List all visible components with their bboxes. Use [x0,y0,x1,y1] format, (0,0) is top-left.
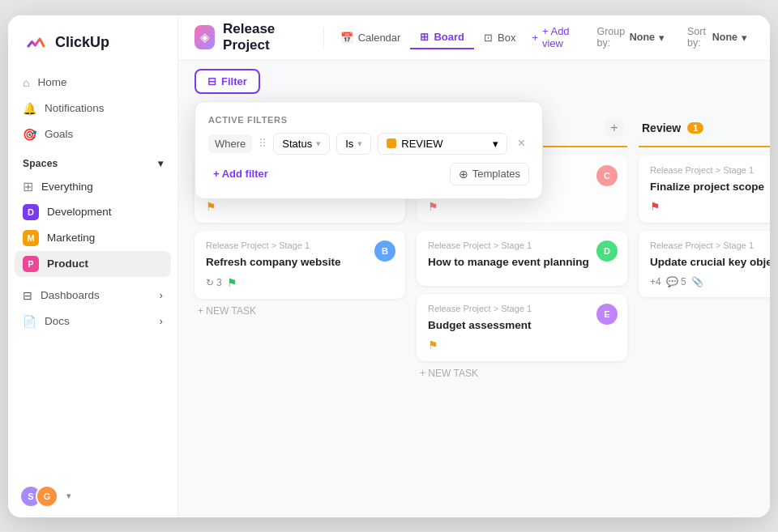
group-by-button[interactable]: Group by: None ▾ [590,23,671,52]
project-title-area: ◈ Release Project [194,21,309,53]
dashboard-icon: ⊟ [23,289,32,302]
filter-footer: + Add filter ⊕ Templates [208,163,529,185]
nav-label-notifications: Notifications [45,102,105,114]
flag-green-icon: ⚑ [227,276,237,289]
avatar-how-are-you: C [596,165,618,186]
card-footer-1: ⚑ [206,200,394,213]
card-title-ep: How to manage event planning [428,255,616,270]
badge-product: P [23,256,39,272]
sidebar-item-notifications[interactable]: 🔔 Notifications [15,96,171,121]
templates-button[interactable]: ⊕ Templates [450,163,529,185]
filter-bar: ⊟ Filter ACTIVE FILTERS Where ⠿ Status ▾… [178,61,770,94]
badge-marketing: M [23,230,39,246]
sidebar-item-product[interactable]: P Product [15,251,171,277]
box-icon: ⊡ [484,32,493,44]
add-filter-button[interactable]: + Add filter [208,164,273,183]
filter-button[interactable]: ⊟ Filter [194,69,260,94]
spaces-section-header[interactable]: Spaces ▾ [8,147,177,174]
card-footer-hay: ⚑ [428,200,616,213]
project-title: Release Project [223,21,309,53]
sidebar-item-goals[interactable]: 🎯 Goals [15,122,171,147]
status-dot-icon [387,138,396,148]
flag-yellow-icon-ba: ⚑ [428,338,438,351]
sidebar-item-dashboards[interactable]: ⊟ Dashboards › [15,283,171,308]
project-icon: ◈ [194,25,215,49]
drag-handle-icon[interactable]: ⠿ [259,137,267,150]
bell-icon: 🔔 [23,102,36,115]
templates-label: Templates [472,168,520,180]
app-window: ClickUp ⌂ Home 🔔 Notifications 🎯 Goals S… [8,15,770,517]
sort-by-label: Sort by: [687,26,708,49]
filter-is-chip[interactable]: Is ▾ [336,133,371,155]
card-title-fs: Finalize project scope [650,180,770,194]
space-label-everything: Everything [41,181,93,193]
spaces-label: Spaces [23,158,58,169]
card-footer-ba: ⚑ [428,338,616,351]
logo[interactable]: ClickUp [8,30,177,70]
card-stat-refresh: ↻ 3 [206,277,222,288]
is-label: Is [345,138,353,150]
tab-board-label: Board [434,31,464,43]
chevron-down-is-icon: ▾ [357,138,362,149]
space-label-development: Development [47,206,112,218]
chevron-down-status-icon: ▾ [316,138,321,149]
sidebar-bottom: S G ▾ [8,475,177,517]
tab-board[interactable]: ⊞ Board [410,26,474,49]
column-title-review-right: Review [642,121,681,134]
flag-red-icon-hay: ⚑ [428,200,438,213]
new-task-button-review-middle[interactable]: + NEW TASK [417,361,627,385]
filter-value-chip[interactable]: REVIEW ▾ [378,133,507,155]
avatar-chevron-icon[interactable]: ▾ [66,491,71,501]
add-view-label: + Add view [542,25,584,49]
column-add-button-review-middle[interactable]: + [605,118,624,138]
card-stat-plus4: +4 [650,276,661,287]
filter-status-chip[interactable]: Status ▾ [273,133,330,155]
sidebar-item-development[interactable]: D Development [15,199,171,225]
flag-yellow-icon-1: ⚑ [206,200,216,213]
flag-red-icon-fs: ⚑ [650,200,660,213]
group-by-value: None [630,32,655,43]
space-label-marketing: Marketing [47,232,95,244]
app-name: ClickUp [55,34,109,51]
card-meta-2: Release Project > Stage 1 [206,240,394,250]
chevron-down-group-icon: ▾ [659,32,665,44]
tab-calendar[interactable]: 📅 Calendar [331,27,411,49]
sort-by-button[interactable]: Sort by: None ▾ [681,23,754,52]
card-meta-ep: Release Project > Stage 1 [428,240,616,250]
board-icon: ⊞ [420,31,429,43]
sidebar: ClickUp ⌂ Home 🔔 Notifications 🎯 Goals S… [8,15,178,517]
templates-icon: ⊕ [459,168,468,181]
card-budget-assessment: E Release Project > Stage 1 Budget asses… [417,294,627,362]
refresh-icon: ↻ [206,277,214,288]
plus-icon: + [532,32,538,44]
avatar-stack: S G [19,485,58,508]
new-task-label-review-middle: + NEW TASK [420,368,478,379]
tab-box-label: Box [498,32,515,44]
nav-label-goals: Goals [45,128,73,140]
sidebar-item-docs[interactable]: 📄 Docs › [15,309,171,334]
card-meta-ba: Release Project > Stage 1 [428,304,616,313]
card-footer-uo: +4 💬 5 📎 [650,276,770,287]
add-view-button[interactable]: + + Add view [525,21,590,53]
filter-close-button[interactable]: × [514,134,529,152]
avatar-g: G [36,485,58,508]
sidebar-item-home[interactable]: ⌂ Home [15,70,171,95]
card-event-planning: D Release Project > Stage 1 How to manag… [417,231,627,286]
column-review-right: Review 1 + F Release Project > Stage 1 F… [639,112,770,501]
card-title-ba: Budget assessment [428,318,616,333]
filter-row: Where ⠿ Status ▾ Is ▾ REVIEW ▾ [208,133,529,155]
sidebar-item-everything[interactable]: ⊞ Everything [15,174,171,199]
card-stat-attachments: 📎 [691,276,703,287]
topbar-divider [323,28,324,47]
new-task-label-in-progress: + NEW TASK [198,305,256,317]
badge-development: D [23,204,39,220]
tab-box[interactable]: ⊡ Box [474,27,525,49]
card-meta-fs: Release Project > Stage 1 [650,165,770,175]
avatar-refresh-company: B [374,240,395,262]
space-label-product: Product [47,257,88,270]
card-finalize-scope: F Release Project > Stage 1 Finalize pro… [639,155,770,223]
chevron-down-sort-icon: ▾ [742,32,747,44]
new-task-button-in-progress[interactable]: + NEW TASK [194,299,405,323]
card-meta-uo: Release Project > Stage 1 [650,240,770,250]
sidebar-item-marketing[interactable]: M Marketing [15,225,171,251]
